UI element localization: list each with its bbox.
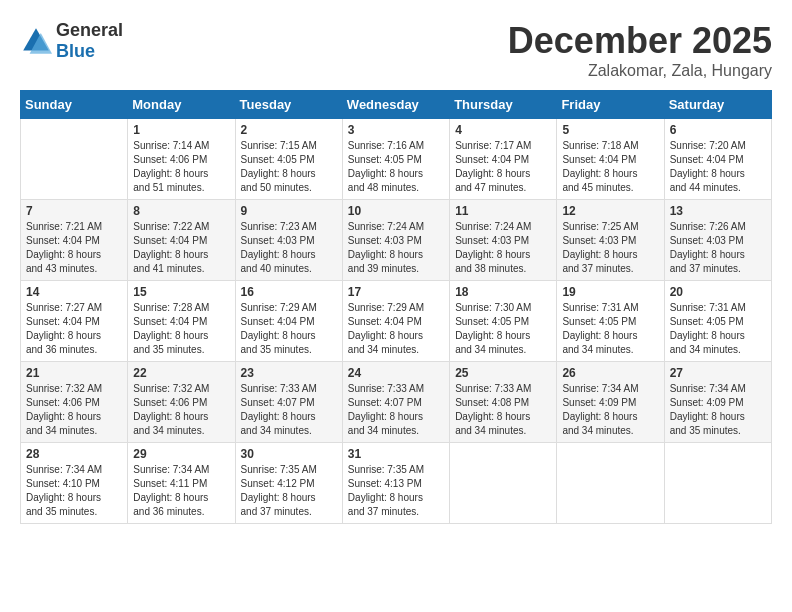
day-info: Sunrise: 7:30 AMSunset: 4:05 PMDaylight:… xyxy=(455,301,551,357)
logo-icon xyxy=(20,25,52,57)
location-title: Zalakomar, Zala, Hungary xyxy=(508,62,772,80)
day-number: 24 xyxy=(348,366,444,380)
calendar-cell: 31Sunrise: 7:35 AMSunset: 4:13 PMDayligh… xyxy=(342,443,449,524)
day-number: 12 xyxy=(562,204,658,218)
calendar-cell: 13Sunrise: 7:26 AMSunset: 4:03 PMDayligh… xyxy=(664,200,771,281)
calendar-cell: 26Sunrise: 7:34 AMSunset: 4:09 PMDayligh… xyxy=(557,362,664,443)
day-number: 3 xyxy=(348,123,444,137)
day-number: 26 xyxy=(562,366,658,380)
day-info: Sunrise: 7:35 AMSunset: 4:13 PMDaylight:… xyxy=(348,463,444,519)
calendar-cell: 21Sunrise: 7:32 AMSunset: 4:06 PMDayligh… xyxy=(21,362,128,443)
weekday-header-row: SundayMondayTuesdayWednesdayThursdayFrid… xyxy=(21,91,772,119)
weekday-saturday: Saturday xyxy=(664,91,771,119)
day-info: Sunrise: 7:18 AMSunset: 4:04 PMDaylight:… xyxy=(562,139,658,195)
page-header: General Blue December 2025 Zalakomar, Za… xyxy=(20,20,772,80)
day-number: 30 xyxy=(241,447,337,461)
calendar-table: SundayMondayTuesdayWednesdayThursdayFrid… xyxy=(20,90,772,524)
day-info: Sunrise: 7:15 AMSunset: 4:05 PMDaylight:… xyxy=(241,139,337,195)
calendar-cell: 25Sunrise: 7:33 AMSunset: 4:08 PMDayligh… xyxy=(450,362,557,443)
calendar-cell: 2Sunrise: 7:15 AMSunset: 4:05 PMDaylight… xyxy=(235,119,342,200)
day-info: Sunrise: 7:34 AMSunset: 4:10 PMDaylight:… xyxy=(26,463,122,519)
day-number: 5 xyxy=(562,123,658,137)
logo: General Blue xyxy=(20,20,123,62)
weekday-friday: Friday xyxy=(557,91,664,119)
day-info: Sunrise: 7:32 AMSunset: 4:06 PMDaylight:… xyxy=(133,382,229,438)
calendar-cell: 18Sunrise: 7:30 AMSunset: 4:05 PMDayligh… xyxy=(450,281,557,362)
day-info: Sunrise: 7:34 AMSunset: 4:09 PMDaylight:… xyxy=(562,382,658,438)
day-info: Sunrise: 7:29 AMSunset: 4:04 PMDaylight:… xyxy=(348,301,444,357)
calendar-body: 1Sunrise: 7:14 AMSunset: 4:06 PMDaylight… xyxy=(21,119,772,524)
day-number: 8 xyxy=(133,204,229,218)
day-number: 27 xyxy=(670,366,766,380)
calendar-cell: 12Sunrise: 7:25 AMSunset: 4:03 PMDayligh… xyxy=(557,200,664,281)
day-info: Sunrise: 7:32 AMSunset: 4:06 PMDaylight:… xyxy=(26,382,122,438)
calendar-cell: 27Sunrise: 7:34 AMSunset: 4:09 PMDayligh… xyxy=(664,362,771,443)
week-row-3: 21Sunrise: 7:32 AMSunset: 4:06 PMDayligh… xyxy=(21,362,772,443)
day-info: Sunrise: 7:23 AMSunset: 4:03 PMDaylight:… xyxy=(241,220,337,276)
day-number: 11 xyxy=(455,204,551,218)
calendar-cell: 28Sunrise: 7:34 AMSunset: 4:10 PMDayligh… xyxy=(21,443,128,524)
calendar-cell: 8Sunrise: 7:22 AMSunset: 4:04 PMDaylight… xyxy=(128,200,235,281)
weekday-thursday: Thursday xyxy=(450,91,557,119)
day-number: 23 xyxy=(241,366,337,380)
week-row-0: 1Sunrise: 7:14 AMSunset: 4:06 PMDaylight… xyxy=(21,119,772,200)
day-number: 9 xyxy=(241,204,337,218)
calendar-cell: 11Sunrise: 7:24 AMSunset: 4:03 PMDayligh… xyxy=(450,200,557,281)
weekday-monday: Monday xyxy=(128,91,235,119)
calendar-cell xyxy=(557,443,664,524)
calendar-cell: 20Sunrise: 7:31 AMSunset: 4:05 PMDayligh… xyxy=(664,281,771,362)
day-number: 4 xyxy=(455,123,551,137)
day-number: 19 xyxy=(562,285,658,299)
calendar-cell: 16Sunrise: 7:29 AMSunset: 4:04 PMDayligh… xyxy=(235,281,342,362)
day-number: 7 xyxy=(26,204,122,218)
week-row-1: 7Sunrise: 7:21 AMSunset: 4:04 PMDaylight… xyxy=(21,200,772,281)
calendar-cell: 1Sunrise: 7:14 AMSunset: 4:06 PMDaylight… xyxy=(128,119,235,200)
day-number: 2 xyxy=(241,123,337,137)
week-row-2: 14Sunrise: 7:27 AMSunset: 4:04 PMDayligh… xyxy=(21,281,772,362)
calendar-cell xyxy=(664,443,771,524)
week-row-4: 28Sunrise: 7:34 AMSunset: 4:10 PMDayligh… xyxy=(21,443,772,524)
calendar-cell: 29Sunrise: 7:34 AMSunset: 4:11 PMDayligh… xyxy=(128,443,235,524)
calendar-cell: 4Sunrise: 7:17 AMSunset: 4:04 PMDaylight… xyxy=(450,119,557,200)
day-info: Sunrise: 7:14 AMSunset: 4:06 PMDaylight:… xyxy=(133,139,229,195)
day-info: Sunrise: 7:33 AMSunset: 4:07 PMDaylight:… xyxy=(348,382,444,438)
calendar-cell: 15Sunrise: 7:28 AMSunset: 4:04 PMDayligh… xyxy=(128,281,235,362)
calendar-cell: 3Sunrise: 7:16 AMSunset: 4:05 PMDaylight… xyxy=(342,119,449,200)
day-info: Sunrise: 7:34 AMSunset: 4:11 PMDaylight:… xyxy=(133,463,229,519)
day-number: 15 xyxy=(133,285,229,299)
calendar-cell: 9Sunrise: 7:23 AMSunset: 4:03 PMDaylight… xyxy=(235,200,342,281)
day-number: 18 xyxy=(455,285,551,299)
day-number: 1 xyxy=(133,123,229,137)
day-info: Sunrise: 7:31 AMSunset: 4:05 PMDaylight:… xyxy=(562,301,658,357)
day-number: 28 xyxy=(26,447,122,461)
day-number: 17 xyxy=(348,285,444,299)
day-info: Sunrise: 7:34 AMSunset: 4:09 PMDaylight:… xyxy=(670,382,766,438)
calendar-cell: 19Sunrise: 7:31 AMSunset: 4:05 PMDayligh… xyxy=(557,281,664,362)
day-info: Sunrise: 7:16 AMSunset: 4:05 PMDaylight:… xyxy=(348,139,444,195)
day-info: Sunrise: 7:17 AMSunset: 4:04 PMDaylight:… xyxy=(455,139,551,195)
calendar-cell: 30Sunrise: 7:35 AMSunset: 4:12 PMDayligh… xyxy=(235,443,342,524)
weekday-wednesday: Wednesday xyxy=(342,91,449,119)
calendar-cell: 6Sunrise: 7:20 AMSunset: 4:04 PMDaylight… xyxy=(664,119,771,200)
logo-text-general: General xyxy=(56,20,123,40)
day-info: Sunrise: 7:26 AMSunset: 4:03 PMDaylight:… xyxy=(670,220,766,276)
calendar-cell: 10Sunrise: 7:24 AMSunset: 4:03 PMDayligh… xyxy=(342,200,449,281)
day-number: 22 xyxy=(133,366,229,380)
weekday-sunday: Sunday xyxy=(21,91,128,119)
day-info: Sunrise: 7:35 AMSunset: 4:12 PMDaylight:… xyxy=(241,463,337,519)
calendar-cell: 5Sunrise: 7:18 AMSunset: 4:04 PMDaylight… xyxy=(557,119,664,200)
calendar-cell: 24Sunrise: 7:33 AMSunset: 4:07 PMDayligh… xyxy=(342,362,449,443)
calendar-cell: 7Sunrise: 7:21 AMSunset: 4:04 PMDaylight… xyxy=(21,200,128,281)
calendar-cell: 17Sunrise: 7:29 AMSunset: 4:04 PMDayligh… xyxy=(342,281,449,362)
day-info: Sunrise: 7:24 AMSunset: 4:03 PMDaylight:… xyxy=(348,220,444,276)
calendar-cell xyxy=(21,119,128,200)
day-number: 25 xyxy=(455,366,551,380)
day-info: Sunrise: 7:20 AMSunset: 4:04 PMDaylight:… xyxy=(670,139,766,195)
weekday-tuesday: Tuesday xyxy=(235,91,342,119)
title-block: December 2025 Zalakomar, Zala, Hungary xyxy=(508,20,772,80)
calendar-cell: 14Sunrise: 7:27 AMSunset: 4:04 PMDayligh… xyxy=(21,281,128,362)
day-info: Sunrise: 7:25 AMSunset: 4:03 PMDaylight:… xyxy=(562,220,658,276)
month-title: December 2025 xyxy=(508,20,772,62)
day-info: Sunrise: 7:31 AMSunset: 4:05 PMDaylight:… xyxy=(670,301,766,357)
day-number: 16 xyxy=(241,285,337,299)
